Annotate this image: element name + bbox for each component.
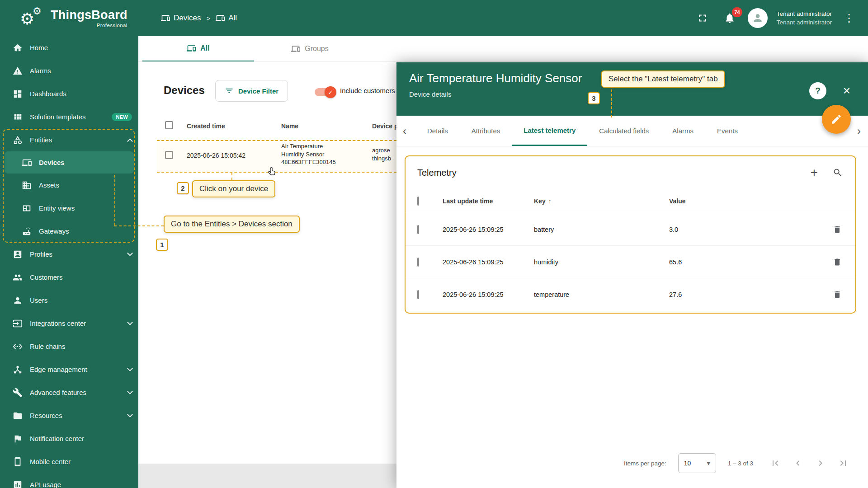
delete-telemetry-button[interactable] (831, 223, 844, 236)
device-filter-label: Device Filter (238, 87, 278, 95)
top-bar: ⚙ ⚙ ThingsBoard Professional Devices > A… (0, 0, 868, 36)
tab-groups[interactable]: Groups (254, 36, 366, 61)
row-checkbox[interactable] (165, 151, 173, 159)
sidebar-item-edge-management[interactable]: Edge management (0, 358, 138, 381)
items-per-page-value: 10 (684, 460, 691, 467)
help-button[interactable]: ? (809, 82, 826, 99)
chevron-down-icon (127, 250, 133, 256)
tabs-scroll-left-icon[interactable]: ‹ (403, 116, 406, 146)
sidebar-item-integrations-center[interactable]: Integrations center (0, 312, 138, 335)
device-name-line: Air Temperature (281, 142, 336, 150)
sidebar-item-api-usage[interactable]: API usage (0, 473, 138, 488)
tab-attributes[interactable]: Attributes (460, 116, 512, 146)
sidebar-item-mobile-center[interactable]: Mobile center (0, 450, 138, 473)
entity-views-icon (22, 203, 32, 213)
user-icon (13, 296, 23, 305)
sidebar-item-label: Assets (39, 181, 59, 189)
edit-fab-button[interactable] (822, 105, 851, 134)
user-info[interactable]: Tenant administrator Tenant administrato… (777, 9, 832, 27)
close-button[interactable]: × (838, 82, 855, 99)
breadcrumb-all[interactable]: All (216, 14, 237, 23)
sidebar-item-home[interactable]: Home (0, 36, 138, 59)
last-page-button[interactable] (837, 457, 849, 469)
search-icon[interactable] (832, 167, 844, 178)
delete-telemetry-button[interactable] (831, 288, 844, 301)
previous-page-button[interactable] (792, 457, 804, 469)
sidebar-item-solution-templates[interactable]: Solution templates NEW (0, 105, 138, 128)
tab-all[interactable]: All (142, 36, 254, 61)
column-header-value[interactable]: Value (669, 197, 824, 205)
device-profile-line: agrose (372, 146, 391, 155)
breadcrumb: Devices > All (161, 14, 237, 23)
device-filter-button[interactable]: Device Filter (215, 80, 288, 102)
row-checkbox[interactable] (417, 290, 419, 299)
first-page-button[interactable] (769, 457, 781, 469)
more-menu-icon[interactable]: ⋮ (841, 10, 857, 26)
home-icon (13, 43, 23, 53)
devices-icon (22, 158, 32, 168)
sidebar-item-customers[interactable]: Customers (0, 266, 138, 289)
sidebar-item-rule-chains[interactable]: Rule chains (0, 335, 138, 358)
new-badge: NEW (112, 113, 132, 121)
tabs-scroll-right-icon[interactable]: › (857, 116, 861, 146)
sidebar-item-devices[interactable]: Devices (5, 151, 134, 174)
items-per-page-select[interactable]: 10 ▾ (678, 453, 716, 473)
include-customers-label: Include customers (340, 87, 401, 94)
sidebar-item-assets[interactable]: Assets (0, 174, 138, 197)
column-header-name[interactable]: Name (281, 122, 298, 130)
tab-calculated-fields[interactable]: Calculated fields (587, 116, 660, 146)
sidebar-item-alarms[interactable]: Alarms (0, 59, 138, 82)
brand-logo[interactable]: ⚙ ⚙ ThingsBoard Professional (20, 5, 138, 31)
tab-alarms[interactable]: Alarms (660, 116, 705, 146)
row-checkbox[interactable] (417, 225, 419, 234)
sidebar-item-entity-views[interactable]: Entity views (0, 197, 138, 220)
sidebar-item-entities[interactable]: Entities (0, 128, 138, 151)
tab-details[interactable]: Details (415, 116, 460, 146)
telemetry-card-header: Telemetry + (406, 156, 855, 189)
sidebar-item-users[interactable]: Users (0, 289, 138, 312)
sidebar-item-profiles[interactable]: Profiles (0, 243, 138, 266)
integrations-icon (13, 319, 23, 328)
tutorial-step3-callout: Select the "Latest telemetry" tab (601, 70, 725, 88)
select-all-checkbox[interactable] (165, 121, 173, 129)
user-avatar[interactable] (748, 8, 768, 28)
tab-latest-telemetry[interactable]: Latest telemetry (512, 116, 587, 146)
telemetry-select-all-checkbox[interactable] (417, 197, 419, 206)
sidebar-item-resources[interactable]: Resources (0, 404, 138, 427)
tab-label: All (200, 44, 209, 52)
page-title: Devices (164, 84, 205, 97)
delete-telemetry-button[interactable] (831, 256, 844, 268)
fullscreen-button[interactable] (693, 9, 712, 27)
telemetry-row[interactable]: 2025-06-26 15:09:25 battery 3.0 (406, 213, 855, 246)
breadcrumb-devices[interactable]: Devices (161, 14, 201, 23)
notifications-button[interactable]: 74 (721, 9, 739, 27)
sidebar-item-advanced-features[interactable]: Advanced features (0, 381, 138, 404)
sidebar-item-label: Rule chains (30, 343, 65, 350)
sidebar-item-label: Solution templates (30, 113, 85, 121)
sidebar-item-label: Customers (30, 273, 63, 281)
key-header-label: Key (534, 197, 546, 205)
telemetry-row[interactable]: 2025-06-26 15:09:25 humidity 65.6 (406, 246, 855, 278)
add-telemetry-icon[interactable]: + (808, 167, 820, 178)
sidebar-item-label: Users (30, 296, 47, 304)
next-page-button[interactable] (815, 457, 826, 469)
tab-events[interactable]: Events (705, 116, 750, 146)
include-customers-toggle[interactable]: ✓ (315, 88, 335, 96)
sort-ascending-icon: ↑ (548, 197, 552, 205)
row-checkbox[interactable] (417, 258, 419, 267)
sidebar-item-dashboards[interactable]: Dashboards (0, 82, 138, 105)
sidebar-item-notification-center[interactable]: Notification center (0, 427, 138, 450)
sidebar-item-label: Edge management (30, 366, 87, 373)
telemetry-card: Telemetry + Last update time Key ↑ Value… (405, 155, 856, 314)
topbar-actions: 74 Tenant administrator Tenant administr… (693, 8, 857, 28)
drawer-tab-bar: ‹ Details Attributes Latest telemetry Ca… (396, 116, 868, 146)
column-header-created-time[interactable]: Created time (187, 122, 225, 130)
page-background-strip (138, 464, 396, 488)
column-header-key[interactable]: Key ↑ (534, 197, 669, 205)
sidebar-item-gateways[interactable]: Gateways (0, 220, 138, 243)
telemetry-row[interactable]: 2025-06-26 15:09:25 temperature 27.6 (406, 278, 855, 311)
assets-icon (22, 180, 32, 190)
customers-icon (13, 272, 23, 282)
column-header-last-update-time[interactable]: Last update time (443, 197, 534, 205)
alarm-icon (13, 66, 23, 76)
